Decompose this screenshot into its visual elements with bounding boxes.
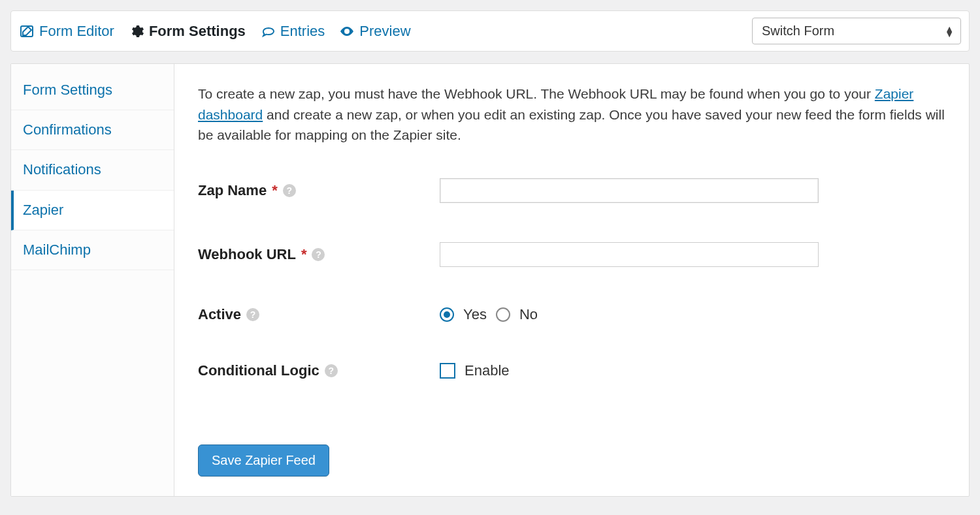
nav-entries[interactable]: Entries [260,23,325,39]
sidebar-item-label: MailChimp [23,242,91,258]
help-icon[interactable]: ? [283,184,296,197]
intro-text: To create a new zap, you must have the W… [198,84,945,146]
sidebar-item-label: Zapier [23,202,63,218]
top-bar: Form Editor Form Settings Entries Previe… [10,10,970,52]
conditional-logic-label: Conditional Logic ? [198,362,440,379]
switch-form-label: Switch Form [762,23,834,38]
active-no-radio[interactable] [496,307,510,322]
settings-sidebar: Form Settings Confirmations Notification… [11,64,174,496]
row-conditional-logic: Conditional Logic ? Enable [198,362,945,379]
nav-form-settings-label: Form Settings [149,24,246,39]
help-icon[interactable]: ? [325,364,338,377]
webhook-url-label: Webhook URL * ? [198,246,440,263]
sidebar-item-mailchimp[interactable]: MailChimp [11,230,174,270]
sidebar-item-label: Notifications [23,161,101,178]
nav-entries-label: Entries [280,24,325,39]
sidebar-item-confirmations[interactable]: Confirmations [11,110,174,150]
content-pane: To create a new zap, you must have the W… [174,64,969,496]
row-zap-name: Zap Name * ? [198,178,945,203]
enable-checkbox[interactable] [440,363,455,379]
sidebar-item-label: Confirmations [23,121,112,138]
main-panel: Form Settings Confirmations Notification… [10,63,970,497]
sidebar-item-zapier[interactable]: Zapier [11,191,174,230]
webhook-url-input[interactable] [440,242,819,267]
zap-name-input[interactable] [440,178,819,203]
eye-icon [339,23,355,39]
nav-preview[interactable]: Preview [339,23,410,39]
nav-preview-label: Preview [359,24,410,39]
speech-bubble-icon [260,23,276,39]
row-active: Active ? Yes No [198,306,945,323]
sidebar-item-label: Form Settings [23,82,112,98]
nav-form-editor-label: Form Editor [39,24,114,39]
nav-form-settings[interactable]: Form Settings [129,23,246,39]
required-mark: * [301,246,307,263]
intro-post: and create a new zap, or when you edit a… [198,107,945,143]
gear-icon [129,23,144,39]
help-icon[interactable]: ? [246,308,259,321]
select-chevrons-icon: ▲▼ [945,26,954,37]
sidebar-item-notifications[interactable]: Notifications [11,150,174,190]
nav-form-editor[interactable]: Form Editor [19,23,114,39]
save-button[interactable]: Save Zapier Feed [198,445,329,476]
active-yes-radio[interactable] [440,307,454,322]
switch-form-select[interactable]: Switch Form ▲▼ [752,18,961,44]
sidebar-item-form-settings[interactable]: Form Settings [11,70,174,110]
intro-pre: To create a new zap, you must have the W… [198,86,875,101]
row-webhook-url: Webhook URL * ? [198,242,945,267]
active-label: Active ? [198,306,440,323]
enable-label: Enable [465,362,510,379]
required-mark: * [272,182,278,199]
active-yes-label: Yes [463,306,487,323]
edit-icon [19,23,35,39]
active-no-label: No [519,306,538,323]
svg-point-1 [346,30,348,33]
help-icon[interactable]: ? [312,248,325,261]
zap-name-label: Zap Name * ? [198,182,440,199]
